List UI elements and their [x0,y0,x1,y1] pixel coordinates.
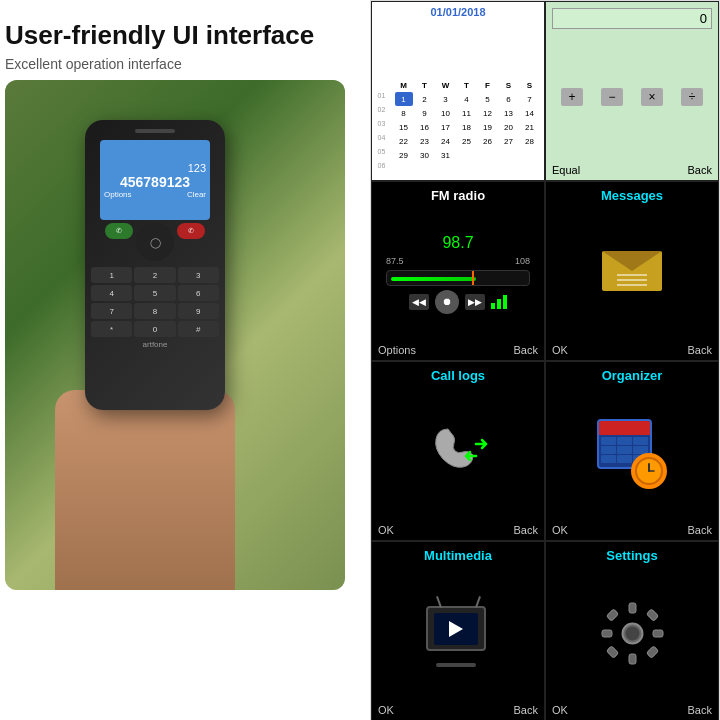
organizer-ok-button[interactable]: OK [552,524,568,536]
settings-gear-icon [600,601,665,666]
svg-rect-6 [653,630,663,637]
cal-row-6: 06 [376,162,540,176]
envelope-flap [602,251,662,271]
svg-rect-8 [646,609,658,621]
multimedia-icon [426,606,491,661]
cal-row-3: 03 15 16 17 18 19 20 21 [376,120,540,134]
key-star[interactable]: * [91,321,132,337]
op-plus[interactable]: + [561,88,583,106]
organizer-icon [597,419,667,489]
svg-rect-3 [629,603,636,613]
messages-content [552,203,712,344]
svg-rect-9 [606,646,618,658]
screen-calendar: 01/01/2018 M T W T F S S 01 1 2 3 4 5 6 … [371,1,545,181]
equal-button[interactable]: Equal [552,164,580,176]
screen-labels: Options Clear [100,190,210,199]
screen-call-logs: Call logs OK Back [371,361,545,541]
calc-back-button[interactable]: Back [688,164,712,176]
phone-device: 123 456789123 Options Clear ✆ ◯ ✆ 1 2 3 [85,120,225,410]
settings-back-button[interactable]: Back [688,704,712,716]
svg-rect-7 [606,609,618,621]
nav-dpad[interactable]: ◯ [136,223,174,261]
call-logs-content [378,383,538,524]
call-logs-icon [423,419,493,489]
envelope-body [602,251,662,291]
cal-row-4: 04 22 23 24 25 26 27 28 [376,134,540,148]
envelope-lines [617,274,647,286]
fm-signal [491,295,507,309]
fm-next-button[interactable]: ▶▶ [465,294,485,310]
messages-ok-button[interactable]: OK [552,344,568,356]
fm-options-button[interactable]: Options [378,344,416,356]
op-multiply[interactable]: × [641,88,663,106]
brand-name: artfone [143,340,168,349]
phone-photo: 123 456789123 Options Clear ✆ ◯ ✆ 1 2 3 [5,80,345,590]
key-3[interactable]: 3 [178,267,219,283]
phone-nav-row: ✆ ◯ ✆ [105,223,205,261]
multimedia-footer: OK Back [378,704,538,716]
fm-prev-button[interactable]: ◀◀ [409,294,429,310]
fm-footer: Options Back [378,344,538,356]
messages-back-button[interactable]: Back [688,344,712,356]
messages-footer: OK Back [552,344,712,356]
fm-bar [386,270,530,286]
fm-range: 87.5 108 [386,256,530,266]
key-7[interactable]: 7 [91,303,132,319]
key-9[interactable]: 9 [178,303,219,319]
screen-fm-radio: FM radio 98.7 87.5 108 ◀◀ ⏺ ▶▶ [371,181,545,361]
settings-ok-button[interactable]: OK [552,704,568,716]
multimedia-ok-button[interactable]: OK [378,704,394,716]
cal-row-1: 01 1 2 3 4 5 6 7 [376,92,540,106]
key-5[interactable]: 5 [134,285,175,301]
key-8[interactable]: 8 [134,303,175,319]
calendar-date: 01/01/2018 [430,6,485,18]
fm-max: 108 [515,256,530,266]
cal-row-5: 05 29 30 31 [376,148,540,162]
key-hash[interactable]: # [178,321,219,337]
cal-row-2: 02 8 9 10 11 12 13 14 [376,106,540,120]
multimedia-content [378,563,538,704]
phone-screen: 123 456789123 Options Clear [100,140,210,220]
options-label: Options [104,190,132,199]
calendar-grid: M T W T F S S 01 1 2 3 4 5 6 7 02 8 [376,78,540,176]
messages-icon [602,251,662,296]
cal-header-row: M T W T F S S [376,78,540,92]
screen-messages: Messages OK Back [545,181,719,361]
calc-footer: Equal Back [552,164,712,176]
tv-leg [436,663,476,667]
fm-indicator [472,271,474,285]
svg-rect-5 [602,630,612,637]
fm-title: FM radio [431,188,485,203]
svg-rect-10 [646,646,658,658]
org-cal-header [599,421,650,435]
call-logs-back-button[interactable]: Back [514,524,538,536]
multimedia-back-button[interactable]: Back [514,704,538,716]
key-2[interactable]: 2 [134,267,175,283]
settings-title: Settings [606,548,657,563]
hand-background [55,390,235,590]
key-4[interactable]: 4 [91,285,132,301]
multimedia-title: Multimedia [424,548,492,563]
organizer-back-button[interactable]: Back [688,524,712,536]
op-minus[interactable]: − [601,88,623,106]
op-divide[interactable]: ÷ [681,88,703,106]
organizer-title: Organizer [602,368,663,383]
call-logs-ok-button[interactable]: OK [378,524,394,536]
key-1[interactable]: 1 [91,267,132,283]
key-0[interactable]: 0 [134,321,175,337]
fm-min: 87.5 [386,256,404,266]
calc-display: 0 [552,8,712,29]
settings-content [552,563,712,704]
fm-back-button[interactable]: Back [514,344,538,356]
screen-organizer: Organizer [545,361,719,541]
settings-footer: OK Back [552,704,712,716]
call-button[interactable]: ✆ [105,223,133,239]
fm-play-button[interactable]: ⏺ [435,290,459,314]
call-logs-title: Call logs [431,368,485,383]
org-clock [631,453,667,489]
screen-settings: Settings OK Back [545,541,719,720]
fm-controls: ◀◀ ⏺ ▶▶ [409,290,507,314]
key-6[interactable]: 6 [178,285,219,301]
end-button[interactable]: ✆ [177,223,205,239]
phone-body: 123 456789123 Options Clear ✆ ◯ ✆ 1 2 3 [85,120,225,410]
